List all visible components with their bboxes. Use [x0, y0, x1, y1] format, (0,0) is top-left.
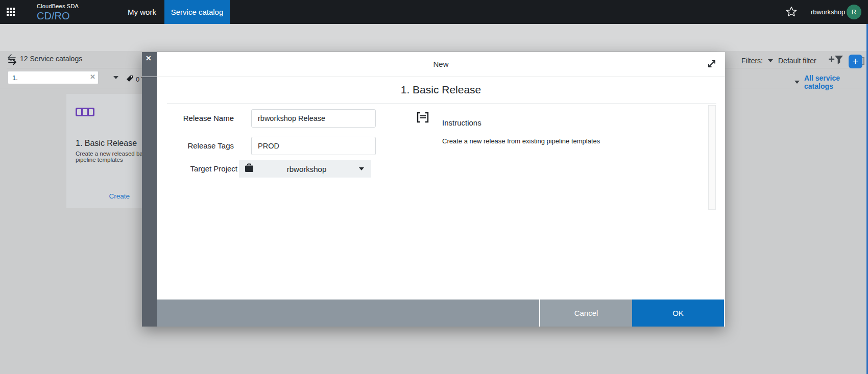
expand-dialog-icon[interactable] [707, 59, 717, 69]
product-name: CloudBees SDA [37, 3, 79, 9]
form-heading: 1. Basic Release [157, 84, 725, 96]
product-short-name: CD/RO [37, 10, 79, 22]
card-description: Create a new released bas pipeline templ… [76, 151, 146, 163]
release-name-input[interactable] [251, 109, 376, 128]
instructions-icon [416, 111, 429, 123]
divider [167, 103, 716, 104]
stages-icon [76, 108, 94, 116]
target-project-value: rbworkshop [254, 165, 359, 173]
ok-button[interactable]: OK [632, 300, 724, 327]
avatar[interactable]: R [847, 5, 861, 19]
apps-grid-icon[interactable] [7, 8, 15, 16]
breadcrumb: 12 Service catalogs [7, 54, 82, 63]
target-project-label: Target Project [163, 160, 237, 178]
page-title: 12 Service catalogs [20, 55, 82, 63]
briefcase-icon [244, 163, 254, 175]
divider [142, 77, 725, 77]
release-tags-label: Release Tags [160, 137, 234, 155]
secondary-toolbar: + [0, 24, 868, 51]
tab-service-catalog[interactable]: Service catalog [164, 0, 230, 24]
filters-label: Filters: [741, 57, 763, 65]
dialog-footer: Cancel OK [157, 300, 725, 327]
instructions-title: Instructions [442, 118, 481, 127]
tab-my-work[interactable]: My work [123, 0, 161, 24]
star-icon[interactable] [786, 6, 797, 17]
card-create-link[interactable]: Create [109, 192, 130, 200]
filter-caret-icon[interactable] [768, 59, 773, 62]
project-caret-icon [359, 167, 364, 170]
catalog-search-input[interactable] [8, 71, 99, 84]
footer-spacer [157, 300, 540, 327]
dialog-side-strip: ✕ [142, 52, 157, 327]
expand-nav-icon[interactable] [7, 56, 18, 67]
form-scrollbar[interactable] [708, 105, 716, 210]
username[interactable]: rbworkshop [811, 8, 845, 16]
search-caret-icon[interactable] [113, 76, 118, 79]
dialog-title: New [157, 52, 725, 77]
card-title: 1. Basic Release [76, 139, 137, 148]
add-filter-icon[interactable] [829, 55, 843, 67]
release-name-label: Release Name [160, 109, 234, 128]
clear-icon[interactable]: ✕ [90, 73, 95, 81]
app-header: CloudBees SDA CD/RO My work Service cata… [0, 0, 868, 24]
all-catalogs-caret-icon[interactable] [794, 81, 800, 84]
catalog-card-basic-release[interactable]: 1. Basic Release Create a new released b… [66, 94, 147, 208]
filters-bar: Filters: Default filter [741, 55, 865, 67]
default-filter-label[interactable]: Default filter [778, 57, 816, 65]
brand: CloudBees SDA CD/RO [37, 3, 79, 22]
release-tags-input[interactable] [251, 137, 376, 155]
tag-icon [126, 74, 134, 84]
instructions-body: Create a new release from existing pipel… [442, 137, 600, 145]
add-button[interactable]: + [849, 55, 862, 68]
close-icon[interactable]: ✕ [146, 54, 152, 62]
cancel-button[interactable]: Cancel [540, 300, 632, 327]
target-project-dropdown[interactable]: rbworkshop [239, 160, 371, 178]
new-release-dialog: ✕ New 1. Basic Release Release Name Rele… [142, 52, 725, 327]
